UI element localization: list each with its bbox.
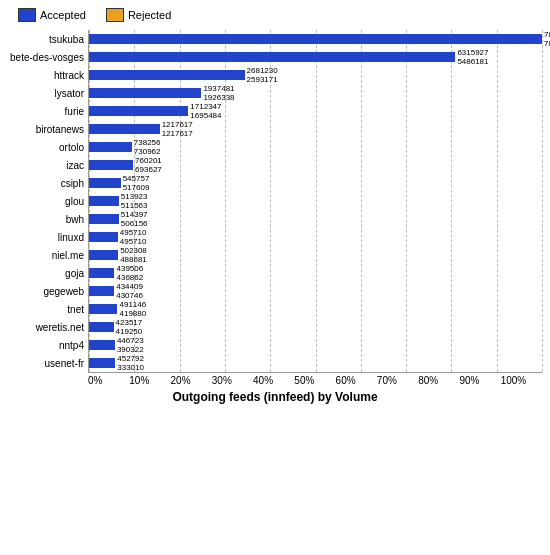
accepted-value: 439506: [116, 264, 143, 273]
accepted-value: 434409: [116, 282, 143, 291]
bar-accepted: [89, 340, 115, 350]
x-axis-label: 80%: [418, 375, 459, 386]
bar-value-labels: 514397506156: [119, 210, 148, 228]
rejected-value: 1695484: [190, 111, 221, 120]
y-label: csiph: [8, 174, 88, 192]
y-label: goja: [8, 264, 88, 282]
legend-accepted: Accepted: [18, 8, 86, 22]
x-axis-label: 90%: [459, 375, 500, 386]
bar-value-labels: 452792333010: [115, 354, 144, 372]
legend-accepted-label: Accepted: [40, 9, 86, 21]
y-label: furie: [8, 102, 88, 120]
bar-row: 760201693627: [89, 156, 542, 174]
x-axis-label: 50%: [294, 375, 335, 386]
rejected-value: 5486181: [457, 57, 488, 66]
accepted-value: 423517: [116, 318, 143, 327]
bar-value-labels: 446723390322: [115, 336, 144, 354]
bar-row: 502308488681: [89, 246, 542, 264]
accepted-value: 6315927: [457, 48, 488, 57]
y-label: ortolo: [8, 138, 88, 156]
chart-body: tsukubabete-des-vosgeshttracklysatorfuri…: [8, 30, 542, 373]
accepted-value: 2681230: [247, 66, 278, 75]
bar-value-labels: 63159275486181: [455, 48, 488, 66]
rejected-value: 1217617: [162, 129, 193, 138]
bar-accepted: [89, 160, 133, 170]
bar-value-labels: 78091467809146: [542, 30, 550, 48]
y-label: birotanews: [8, 120, 88, 138]
bar-accepted: [89, 250, 118, 260]
legend-accepted-box: [18, 8, 36, 22]
bar-value-labels: 738256730962: [132, 138, 161, 156]
y-label: usenet-fr: [8, 354, 88, 372]
accepted-value: 491146: [119, 300, 146, 309]
bar-row: 452792333010: [89, 354, 542, 372]
bar-row: 19374811926338: [89, 84, 542, 102]
rejected-value: 693627: [135, 165, 162, 174]
accepted-value: 1217617: [162, 120, 193, 129]
rejected-value: 488681: [120, 255, 147, 264]
bar-accepted: [89, 52, 455, 62]
bar-value-labels: 434409430746: [114, 282, 143, 300]
bar-value-labels: 26812302593171: [245, 66, 278, 84]
rejected-value: 2593171: [247, 75, 278, 84]
rejected-value: 436862: [116, 273, 143, 282]
legend-rejected-label: Rejected: [128, 9, 171, 21]
bar-row: 12176171217617: [89, 120, 542, 138]
accepted-value: 502308: [120, 246, 147, 255]
accepted-value: 513923: [121, 192, 148, 201]
bar-row: 514397506156: [89, 210, 542, 228]
y-label: bete-des-vosges: [8, 48, 88, 66]
bar-value-labels: 12176171217617: [160, 120, 193, 138]
accepted-value: 7809146: [544, 30, 550, 39]
bar-value-labels: 502308488681: [118, 246, 147, 264]
rejected-value: 506156: [121, 219, 148, 228]
bar-accepted: [89, 232, 118, 242]
bar-accepted: [89, 358, 115, 368]
rejected-value: 419250: [116, 327, 143, 336]
bar-row: 738256730962: [89, 138, 542, 156]
bar-row: 423517419250: [89, 318, 542, 336]
accepted-value: 446723: [117, 336, 144, 345]
x-axis-title: Outgoing feeds (innfeed) by Volume: [8, 390, 542, 404]
x-axis-label: 100%: [501, 375, 542, 386]
bar-value-labels: 17123471695484: [188, 102, 221, 120]
accepted-value: 514397: [121, 210, 148, 219]
grid-line: [542, 30, 543, 372]
y-label: nntp4: [8, 336, 88, 354]
accepted-value: 1937481: [203, 84, 234, 93]
bar-row: 446723390322: [89, 336, 542, 354]
rejected-value: 430746: [116, 291, 143, 300]
bar-row: 491146419880: [89, 300, 542, 318]
y-label: gegeweb: [8, 282, 88, 300]
y-label: izac: [8, 156, 88, 174]
rejected-value: 1926338: [203, 93, 234, 102]
bar-row: 26812302593171: [89, 66, 542, 84]
y-label: tnet: [8, 300, 88, 318]
accepted-value: 738256: [134, 138, 161, 147]
rejected-value: 517609: [123, 183, 150, 192]
bar-accepted: [89, 286, 114, 296]
bar-value-labels: 495710495710: [118, 228, 147, 246]
accepted-value: 452792: [117, 354, 144, 363]
bar-value-labels: 19374811926338: [201, 84, 234, 102]
accepted-value: 495710: [120, 228, 147, 237]
x-axis-label: 30%: [212, 375, 253, 386]
bar-accepted: [89, 304, 117, 314]
bar-accepted: [89, 178, 121, 188]
bar-value-labels: 491146419880: [117, 300, 146, 318]
bars-area: 7809146780914663159275486181268123025931…: [88, 30, 542, 373]
rejected-value: 495710: [120, 237, 147, 246]
y-label: httrack: [8, 66, 88, 84]
y-label: glou: [8, 192, 88, 210]
rejected-value: 511563: [121, 201, 148, 210]
bar-value-labels: 545757517609: [121, 174, 150, 192]
y-label: tsukuba: [8, 30, 88, 48]
bar-accepted: [89, 70, 245, 80]
bar-accepted: [89, 196, 119, 206]
y-label: bwh: [8, 210, 88, 228]
bar-accepted: [89, 34, 542, 44]
x-axis-labels: 0%10%20%30%40%50%60%70%80%90%100%: [88, 375, 542, 386]
x-axis-label: 60%: [336, 375, 377, 386]
bar-row: 545757517609: [89, 174, 542, 192]
bar-accepted: [89, 322, 114, 332]
